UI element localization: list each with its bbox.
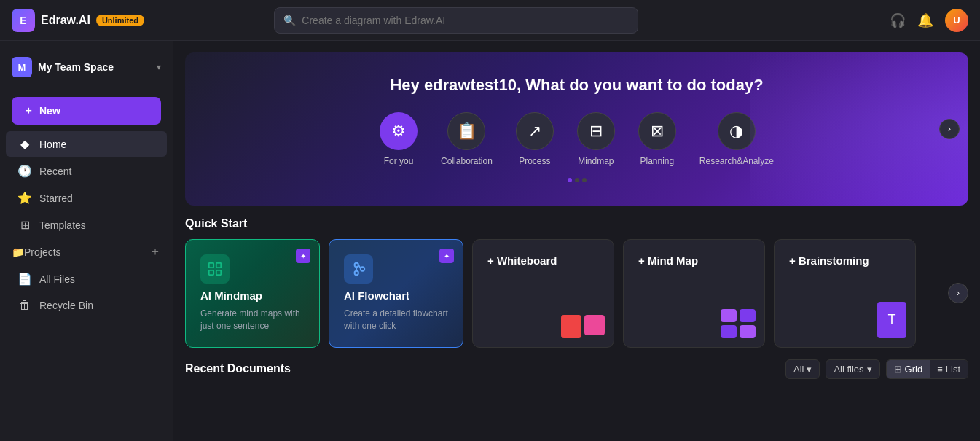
shape-pink	[584, 315, 605, 335]
collab-label: Collaboration	[441, 156, 493, 166]
category-planning[interactable]: ⊠ Planning	[638, 112, 676, 166]
bell-icon[interactable]: 🔔	[917, 12, 933, 28]
topbar-right: 🎧 🔔 U	[890, 9, 968, 32]
svg-point-5	[361, 267, 365, 271]
brainstorming-shape: T	[877, 302, 906, 338]
planning-label: Planning	[640, 156, 674, 166]
sidebar-item-templates[interactable]: ⊞ Templates	[6, 212, 167, 238]
category-mindmap[interactable]: ⊟ Mindmap	[577, 112, 615, 166]
category-collaboration[interactable]: 📋 Collaboration	[441, 112, 493, 166]
recycle-icon: 🗑	[17, 299, 32, 312]
mindmap-action: + Mind Map	[638, 254, 750, 267]
research-icon: ◑	[718, 112, 756, 150]
brainstorming-card[interactable]: + Brainstoming T	[774, 239, 916, 348]
svg-line-8	[358, 265, 361, 269]
svg-point-4	[355, 263, 359, 268]
mindmap-illustration	[721, 309, 756, 338]
recent-docs-header: Recent Documents All ▾ All files ▾ ⊞ Gri…	[185, 359, 968, 379]
hero-banner: Hey edrawtest10, What do you want to do …	[185, 52, 968, 206]
svg-rect-1	[216, 263, 221, 268]
projects-label: Projects	[24, 246, 149, 258]
ai-flowchart-desc: Create a detailed flowchart with one cli…	[344, 308, 448, 332]
shape-red	[561, 315, 581, 338]
quick-start-section: Quick Start ✦ AI Mindmap Generate mi	[173, 206, 980, 348]
ai-sparkle-icon: ✦	[296, 249, 310, 263]
node-1	[721, 309, 737, 322]
app-name: Edraw.AI	[41, 14, 90, 27]
recycle-label: Recycle Bin	[39, 300, 93, 311]
for-you-label: For you	[384, 156, 414, 166]
category-icons: ⚙ For you 📋 Collaboration ↗ Process ⊟ Mi…	[380, 112, 774, 166]
grid-label: Grid	[905, 364, 923, 375]
process-label: Process	[519, 156, 550, 166]
list-view-button[interactable]: ≡ List	[930, 360, 968, 378]
app-logo-icon: E	[12, 9, 35, 32]
recent-docs-section: Recent Documents All ▾ All files ▾ ⊞ Gri…	[173, 348, 980, 397]
shape-nodes	[721, 309, 756, 338]
mindmap-card-icon	[200, 254, 230, 284]
templates-label: Templates	[39, 219, 86, 231]
home-icon: ◆	[17, 137, 32, 151]
sidebar-item-home[interactable]: ◆ Home	[6, 131, 167, 157]
svg-rect-2	[209, 270, 213, 275]
svg-rect-3	[216, 270, 221, 275]
sidebar-item-projects[interactable]: 📁 Projects ＋	[0, 238, 173, 265]
all-filter-chevron: ▾	[807, 364, 812, 375]
planning-icon: ⊠	[638, 112, 676, 150]
brainstorming-action: + Brainstoming	[789, 254, 901, 267]
team-icon: M	[12, 57, 32, 77]
category-process[interactable]: ↗ Process	[516, 112, 554, 166]
logo-area: E Edraw.AI Unlimited	[12, 9, 144, 32]
add-project-icon[interactable]: ＋	[149, 244, 161, 259]
search-bar[interactable]: 🔍	[274, 7, 638, 34]
category-research[interactable]: ◑ Research&Analyze	[699, 112, 774, 166]
main-layout: M My Team Space ▾ ＋ New ◆ Home 🕐 Recent …	[0, 41, 980, 441]
user-avatar[interactable]: U	[945, 9, 968, 32]
ai-flowchart-card[interactable]: ✦ AI Flowchart Create a detailed flowcha…	[329, 239, 463, 348]
node-3	[721, 325, 737, 338]
for-you-icon: ⚙	[380, 112, 418, 150]
quick-start-title: Quick Start	[185, 217, 968, 230]
quickstart-next-button[interactable]: ›	[948, 283, 968, 303]
sidebar-item-recent[interactable]: 🕐 Recent	[6, 158, 167, 184]
svg-point-6	[355, 271, 359, 276]
dot-2	[575, 178, 579, 182]
recent-docs-title: Recent Documents	[185, 362, 785, 375]
sidebar-item-recycle[interactable]: 🗑 Recycle Bin	[6, 293, 167, 318]
files-filter-button[interactable]: All files ▾	[826, 359, 879, 379]
search-input[interactable]	[302, 15, 629, 26]
all-filter-button[interactable]: All ▾	[785, 359, 820, 379]
new-button[interactable]: ＋ New	[12, 97, 161, 125]
grid-icon: ⊞	[894, 364, 902, 375]
node-2	[740, 309, 756, 322]
headset-icon[interactable]: 🎧	[890, 12, 906, 28]
category-for-you[interactable]: ⚙ For you	[380, 112, 418, 166]
allfiles-label: All Files	[39, 273, 75, 285]
ai-mindmap-desc: Generate mind maps with just one sentenc…	[200, 308, 305, 332]
whiteboard-card[interactable]: + Whiteboard	[472, 239, 614, 348]
recent-label: Recent	[39, 165, 71, 177]
templates-icon: ⊞	[17, 218, 32, 232]
grid-view-button[interactable]: ⊞ Grid	[887, 360, 930, 378]
main-content: Hey edrawtest10, What do you want to do …	[173, 41, 980, 441]
sidebar-item-starred[interactable]: ⭐ Starred	[6, 185, 167, 211]
search-icon: 🔍	[283, 15, 296, 26]
ai-mindmap-card[interactable]: ✦ AI Mindmap Generate mind maps with jus…	[185, 239, 320, 348]
process-icon: ↗	[516, 112, 554, 150]
team-space[interactable]: M My Team Space ▾	[0, 50, 173, 85]
list-label: List	[946, 364, 960, 375]
ai-mindmap-title: AI Mindmap	[200, 289, 305, 302]
dot-1	[568, 178, 572, 182]
plus-icon: ＋	[23, 104, 34, 117]
all-filter-label: All	[793, 364, 804, 375]
hero-next-button[interactable]: ›	[939, 119, 960, 139]
view-toggle: ⊞ Grid ≡ List	[886, 359, 968, 379]
dot-3	[582, 178, 587, 182]
starred-label: Starred	[39, 192, 73, 204]
mind-map-card[interactable]: + Mind Map	[623, 239, 765, 348]
files-filter-label: All files	[834, 364, 863, 375]
quick-start-cards: ✦ AI Mindmap Generate mind maps with jus…	[185, 239, 968, 348]
mindmap-label: Mindmap	[578, 156, 614, 166]
sidebar-item-allfiles[interactable]: 📄 All Files	[6, 266, 167, 292]
ai-flowchart-title: AI Flowchart	[344, 289, 448, 302]
